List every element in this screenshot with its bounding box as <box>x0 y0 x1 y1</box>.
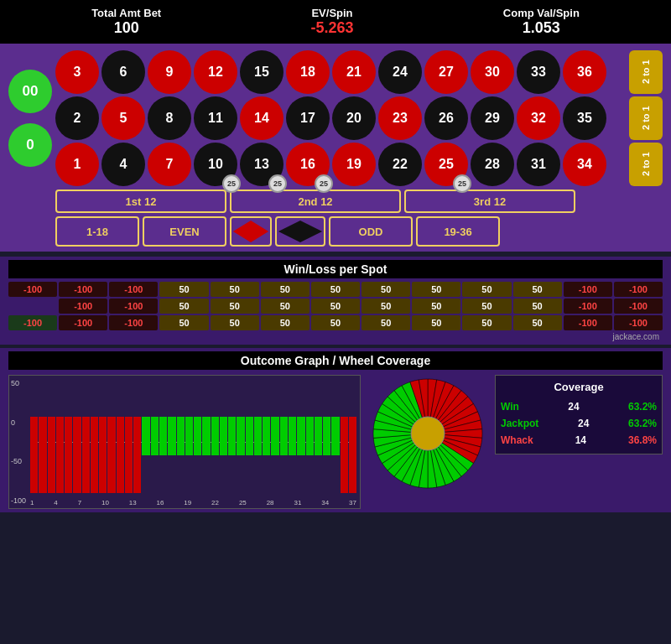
wl-cell: 50 <box>412 299 460 314</box>
number-button-9[interactable]: 9 <box>148 50 191 94</box>
comp-val-spin-value: 1.053 <box>503 19 580 37</box>
wl-cell: 50 <box>362 315 410 330</box>
wl-cell: -100 <box>109 299 158 314</box>
number-button-18[interactable]: 18 <box>286 50 330 94</box>
wl-cell: 50 <box>159 282 208 297</box>
number-button-3[interactable]: 3 <box>55 50 99 94</box>
number-button-7[interactable]: 7 <box>148 143 191 186</box>
red-bet-button[interactable] <box>230 216 272 247</box>
zero-button[interactable]: 0 <box>8 123 52 167</box>
ev-spin-label: EV/Spin <box>310 7 353 19</box>
bar-29 <box>280 379 288 493</box>
svg-marker-0 <box>233 221 268 242</box>
bar-15 <box>159 379 167 493</box>
number-button-31[interactable]: 31 <box>517 143 560 186</box>
number-button-33[interactable]: 33 <box>517 50 560 94</box>
even-bet-button[interactable]: EVEN <box>143 216 226 247</box>
wl-cell: 50 <box>513 299 562 314</box>
number-button-23[interactable]: 23 <box>378 96 422 140</box>
first-dozen-button[interactable]: 1st 12 <box>55 190 226 213</box>
number-button-2[interactable]: 2 <box>55 96 99 140</box>
bar-28 <box>271 379 278 493</box>
bar-14 <box>151 379 159 493</box>
wl-cell: 50 <box>462 282 511 297</box>
number-button-19[interactable]: 19 <box>332 143 376 186</box>
number-button-6[interactable]: 6 <box>101 50 145 94</box>
wl-cell: 50 <box>159 315 208 330</box>
win-count: 24 <box>568 401 579 413</box>
number-button-10[interactable]: 1025 <box>194 143 237 186</box>
number-button-8[interactable]: 8 <box>148 96 191 140</box>
chip-25[interactable]: 25 <box>453 174 471 193</box>
coverage-title: Coverage <box>501 381 657 393</box>
number-button-11[interactable]: 11 <box>194 96 237 140</box>
jackpot-pct: 63.2% <box>628 418 657 429</box>
wl-cell: -100 <box>564 315 612 330</box>
ev-spin-value: -5.263 <box>310 19 353 37</box>
number-button-16[interactable]: 1625 <box>286 143 330 186</box>
number-button-36[interactable]: 36 <box>563 50 606 94</box>
number-button-35[interactable]: 35 <box>563 96 606 140</box>
double-zero-button[interactable]: 00 <box>8 70 52 113</box>
graph-title: Outcome Graph / Wheel Coverage <box>8 351 663 370</box>
second-dozen-button[interactable]: 2nd 12 <box>230 190 401 213</box>
bar-17 <box>177 379 185 493</box>
win-label: Win <box>501 401 519 413</box>
number-button-34[interactable]: 34 <box>563 143 606 186</box>
number-button-26[interactable]: 26 <box>424 96 468 140</box>
chip-16[interactable]: 25 <box>315 174 333 193</box>
number-button-15[interactable]: 15 <box>240 50 283 94</box>
number-button-1[interactable]: 1 <box>55 143 99 186</box>
col-bet-top[interactable]: 2 to 1 <box>629 50 663 94</box>
black-bet-button[interactable] <box>275 216 325 247</box>
bar-8 <box>99 379 107 493</box>
number-button-4[interactable]: 4 <box>101 143 145 186</box>
number-button-20[interactable]: 20 <box>332 96 376 140</box>
x-axis-labels: 1471013 1619222528 313437 <box>30 499 356 506</box>
bar-24 <box>237 379 244 493</box>
number-button-12[interactable]: 12 <box>194 50 237 94</box>
low-bet-button[interactable]: 1-18 <box>55 216 139 247</box>
number-button-30[interactable]: 30 <box>471 50 514 94</box>
whack-pct: 36.8% <box>628 434 657 446</box>
wl-cell: -100 <box>564 299 612 314</box>
wl-cell: 50 <box>462 315 511 330</box>
number-button-27[interactable]: 27 <box>424 50 468 94</box>
number-button-21[interactable]: 21 <box>332 50 376 94</box>
wl-cell: -100 <box>109 315 158 330</box>
number-button-29[interactable]: 29 <box>471 96 514 140</box>
number-button-17[interactable]: 17 <box>286 96 330 140</box>
odd-bet-button[interactable]: ODD <box>329 216 413 247</box>
wl-cell: 50 <box>462 299 511 314</box>
number-button-25[interactable]: 2525 <box>424 143 468 186</box>
wl-cell: -100 <box>59 299 107 314</box>
bar-26 <box>254 379 262 493</box>
number-button-24[interactable]: 24 <box>378 50 422 94</box>
winloss-section: Win/Loss per Spot -100-100-1005050505050… <box>0 257 671 345</box>
bar-34 <box>323 379 330 493</box>
bar-5 <box>73 379 81 493</box>
col-bet-mid[interactable]: 2 to 1 <box>629 96 663 140</box>
jackpot-row: Jackpot 24 63.2% <box>501 415 657 432</box>
bar-13 <box>142 379 149 493</box>
wl-cell: 50 <box>513 315 562 330</box>
number-button-5[interactable]: 5 <box>101 96 145 140</box>
col-bet-bot[interactable]: 2 to 1 <box>629 143 663 186</box>
wl-cell: 50 <box>311 282 360 297</box>
third-dozen-button[interactable]: 3rd 12 <box>404 190 575 213</box>
wl-cell <box>8 299 57 314</box>
bar-16 <box>168 379 175 493</box>
high-bet-button[interactable]: 19-36 <box>416 216 500 247</box>
number-button-32[interactable]: 32 <box>517 96 560 140</box>
wl-cell: -100 <box>8 315 57 330</box>
wl-cell: 50 <box>261 315 309 330</box>
comp-val-spin-label: Comp Val/Spin <box>503 7 580 19</box>
chip-13[interactable]: 25 <box>268 174 287 193</box>
dozens-row: 1st 12 2nd 12 3rd 12 <box>8 190 663 213</box>
number-button-14[interactable]: 14 <box>240 96 283 140</box>
wl-cell: 50 <box>311 299 360 314</box>
number-button-13[interactable]: 1325 <box>240 143 283 186</box>
number-button-28[interactable]: 28 <box>471 143 514 186</box>
number-button-22[interactable]: 22 <box>378 143 422 186</box>
chip-10[interactable]: 25 <box>222 174 241 193</box>
